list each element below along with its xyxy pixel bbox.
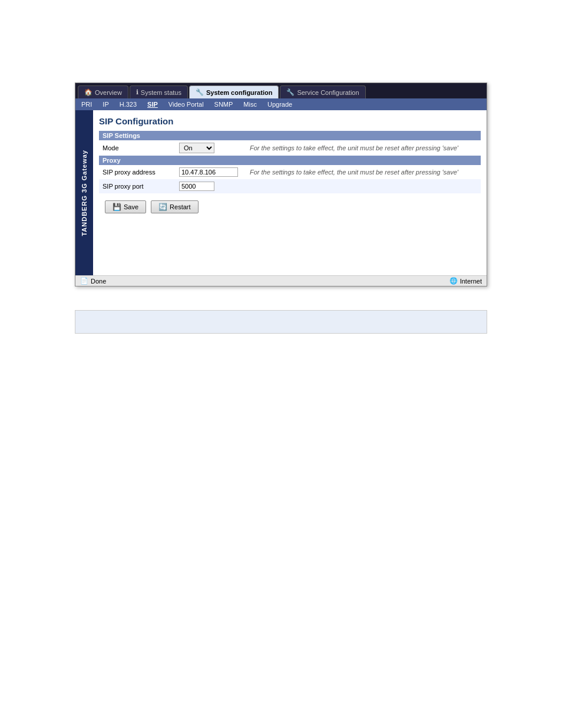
restart-button[interactable]: 🔄 Restart [151,200,198,213]
sip-settings-header: SIP Settings [99,131,481,140]
status-bar: 📄 Done 🌐 Internet [75,275,487,286]
save-icon: 💾 [113,203,121,211]
proxy-header: Proxy [99,156,481,165]
main-content: TANDBERG 3G Gateway SIP Configuration SI… [75,110,487,275]
proxy-port-input-cell [176,179,246,193]
mode-input-cell: On Off [176,140,246,156]
subnav-snmp[interactable]: SNMP [213,100,234,108]
sip-settings-table: Mode On Off For the settings to take eff… [99,140,481,156]
subnav-h323[interactable]: H.323 [118,100,138,108]
restart-label: Restart [170,203,190,210]
proxy-address-row: SIP proxy address For the settings to ta… [99,165,481,179]
subnav-misc[interactable]: Misc [242,100,258,108]
proxy-port-row: SIP proxy port [99,179,481,193]
proxy-table: SIP proxy address For the settings to ta… [99,165,481,193]
status-icon: ℹ [136,88,138,96]
overview-icon: 🏠 [84,88,92,96]
tab-system-config[interactable]: 🔧 System configuration [189,85,279,98]
save-label: Save [124,203,138,210]
mode-label: Mode [99,140,176,156]
subnav-upgrade[interactable]: Upgrade [266,100,293,108]
tab-overview[interactable]: 🏠 Overview [78,85,128,98]
subnav-ip[interactable]: IP [101,100,110,108]
proxy-address-input[interactable] [179,167,238,177]
subnav-pri[interactable]: PRI [80,100,93,108]
proxy-port-input[interactable] [179,182,214,191]
save-button[interactable]: 💾 Save [105,200,146,213]
config-icon: 🔧 [196,88,204,96]
proxy-address-input-cell [176,165,246,179]
buttons-area: 💾 Save 🔄 Restart [99,193,481,220]
sidebar: TANDBERG 3G Gateway [75,110,93,275]
browser-window: 🏠 Overview ℹ System status 🔧 System conf… [75,83,487,286]
page-icon: 📄 [80,277,88,285]
proxy-port-note [246,179,481,193]
mode-select[interactable]: On Off [179,143,214,153]
content-panel: SIP Configuration SIP Settings Mode On O… [93,110,487,275]
status-right: 🌐 Internet [449,277,482,285]
bottom-bar [75,310,487,334]
tab-service-config[interactable]: 🔧 Service Configuration [280,85,365,98]
status-left: 📄 Done [80,277,106,285]
restart-icon: 🔄 [158,203,167,211]
proxy-address-label: SIP proxy address [99,165,176,179]
brand-label: TANDBERG 3G Gateway [81,150,88,236]
mode-note: For the settings to take effect, the uni… [246,140,481,156]
internet-label: Internet [460,278,482,285]
sub-nav: PRI IP H.323 SIP Video Portal SNMP Misc … [75,98,487,110]
tab-bar: 🏠 Overview ℹ System status 🔧 System conf… [75,83,487,98]
tab-system-status[interactable]: ℹ System status [130,85,188,98]
proxy-port-label: SIP proxy port [99,179,176,193]
internet-icon: 🌐 [449,277,458,285]
status-text: Done [91,278,106,285]
subnav-sip[interactable]: SIP [146,100,159,108]
proxy-address-note: For the settings to take effect, the uni… [246,165,481,179]
service-icon: 🔧 [286,88,295,96]
page-title: SIP Configuration [99,116,481,126]
subnav-video-portal[interactable]: Video Portal [167,100,205,108]
mode-row: Mode On Off For the settings to take eff… [99,140,481,156]
